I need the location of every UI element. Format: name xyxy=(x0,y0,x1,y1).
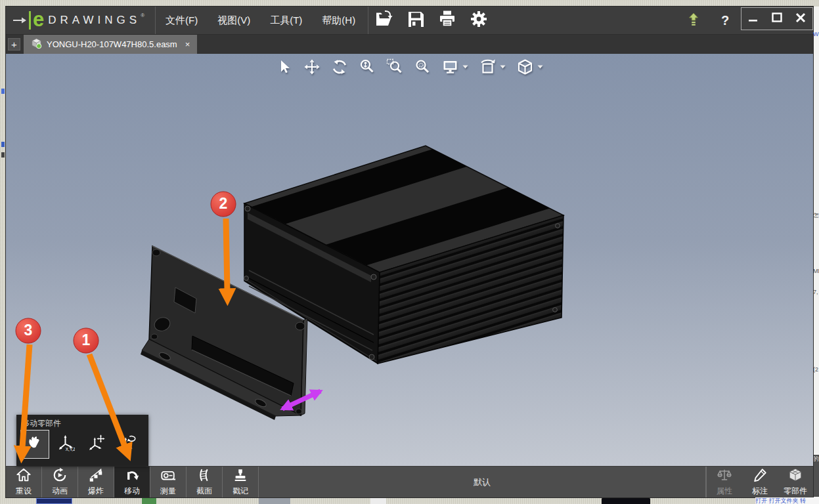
properties-button[interactable]: 属性 xyxy=(707,467,742,497)
xyz-label: X,Y,Z xyxy=(66,447,75,452)
taskbar-fragment xyxy=(259,498,290,504)
section-label: 截面 xyxy=(196,486,212,497)
reset-button[interactable]: 重设 xyxy=(6,467,42,497)
explode-button[interactable]: 爆炸 xyxy=(78,467,114,497)
zoom-fit-tool-button[interactable] xyxy=(414,58,431,75)
select-tool-button[interactable] xyxy=(276,58,293,75)
move-xyz-tool[interactable]: X,Y,Z xyxy=(51,430,80,459)
markup-button[interactable]: 标注 xyxy=(742,467,778,497)
display-style-group xyxy=(516,58,543,75)
maximize-button[interactable] xyxy=(765,8,789,30)
print-icon xyxy=(437,9,457,32)
logo-arrow-icon xyxy=(12,15,28,26)
menu-file[interactable]: 文件(F) xyxy=(156,7,208,34)
triad-xyz-icon: X,Y,Z xyxy=(56,434,75,455)
rotate-tool-button[interactable] xyxy=(331,58,348,75)
explode-icon xyxy=(88,467,104,485)
pan-tool-button[interactable] xyxy=(303,58,321,75)
tab-close-icon[interactable]: × xyxy=(185,39,190,49)
help-icon: ? xyxy=(721,13,729,28)
logo-registered-mark: ® xyxy=(141,12,144,18)
background-window-edge: 怎 ME 7, (2 的 xyxy=(813,7,819,497)
animation-button[interactable]: 动画 xyxy=(42,467,78,497)
properties-label: 属性 xyxy=(717,486,732,497)
animation-label: 动画 xyxy=(52,486,68,497)
taskbar-fragment xyxy=(370,498,386,504)
new-tab-button[interactable]: + xyxy=(8,38,20,51)
titlebar: e DRAWINGS ® 文件(F) 视图(V) 工具(T) 帮助(H) xyxy=(6,7,813,34)
configuration-area[interactable]: 默认 xyxy=(259,467,706,497)
zoom-area-tool-button[interactable] xyxy=(386,58,403,75)
minimize-icon xyxy=(747,11,760,27)
display-style-button[interactable] xyxy=(516,58,534,75)
menu-tools[interactable]: 工具(T) xyxy=(260,7,312,34)
open-icon xyxy=(374,9,394,32)
edge-text-fragment: 怎 xyxy=(813,211,819,220)
components-label: 零部件 xyxy=(784,486,807,497)
settings-button[interactable] xyxy=(463,7,495,34)
print-button[interactable] xyxy=(432,7,463,34)
components-button[interactable]: 零部件 xyxy=(778,467,813,497)
view-orientation-group xyxy=(479,58,506,75)
move-button[interactable]: 移动 xyxy=(114,467,150,497)
stamp-label: 戳记 xyxy=(232,486,248,497)
close-button[interactable] xyxy=(789,8,812,30)
save-icon xyxy=(406,9,426,32)
move-icon xyxy=(124,467,140,485)
menu-view[interactable]: 视图(V) xyxy=(208,7,260,34)
edge-text-fragment: (2 xyxy=(813,366,818,373)
bottom-toolbar: 重设 动画 爆炸 xyxy=(6,466,813,497)
display-style-dropdown[interactable] xyxy=(537,65,543,69)
background-text-fragment: W xyxy=(813,31,819,37)
taskbar-fragment xyxy=(602,497,650,504)
background-links-fragment: 打开 打开文件夹 转 xyxy=(755,497,819,504)
fit-window-button[interactable] xyxy=(441,58,459,75)
home-icon xyxy=(16,467,32,485)
markup-label: 标注 xyxy=(752,486,768,497)
reset-label: 重设 xyxy=(16,486,32,497)
open-button[interactable] xyxy=(368,7,400,34)
3d-viewport-canvas[interactable] xyxy=(6,54,813,466)
viewport[interactable] xyxy=(6,54,813,466)
stamp-button[interactable]: 戳记 xyxy=(223,467,259,497)
taskbar-fragment xyxy=(142,498,156,504)
desktop: { "titlebar": { "brand": { "e": "e", "na… xyxy=(0,0,819,504)
components-box-icon xyxy=(787,467,803,485)
publish-up-arrow-icon xyxy=(686,11,701,30)
grab-hand-icon xyxy=(26,434,44,455)
move-label: 移动 xyxy=(124,486,140,497)
triad-move-icon xyxy=(87,434,106,455)
zoom-tool-button[interactable] xyxy=(359,58,376,75)
view-orientation-button[interactable] xyxy=(479,58,497,75)
menu-help[interactable]: 帮助(H) xyxy=(312,7,365,34)
window-controls xyxy=(741,7,813,30)
save-button[interactable] xyxy=(400,7,432,34)
rotate-component-tool[interactable] xyxy=(113,430,142,459)
free-drag-tool[interactable] xyxy=(82,430,111,459)
edrawings-logo: e DRAWINGS ® xyxy=(6,7,156,34)
edge-dark-fragment: 的 xyxy=(813,455,819,497)
publish-button[interactable] xyxy=(678,11,709,30)
section-button[interactable]: 截面 xyxy=(187,467,223,497)
measure-icon xyxy=(160,467,176,485)
desktop-icon-fragment xyxy=(1,152,5,158)
logo-e: e xyxy=(33,9,44,30)
desktop-icon-fragment xyxy=(1,142,5,147)
view-orientation-dropdown[interactable] xyxy=(500,65,506,69)
tabbar: + YONGU-H20-107W47H80.5.easm × xyxy=(6,34,813,54)
popup-tools: X,Y,Z xyxy=(16,430,148,459)
stamp-icon xyxy=(232,467,248,485)
titlebar-right-group: ? xyxy=(678,7,813,34)
grab-tool[interactable] xyxy=(20,430,49,459)
help-button[interactable]: ? xyxy=(709,13,741,28)
measure-button[interactable]: 测量 xyxy=(150,467,187,497)
section-icon xyxy=(196,467,212,485)
properties-scale-icon xyxy=(717,467,732,485)
popup-title: 移动零部件 xyxy=(16,415,148,430)
gear-icon xyxy=(469,9,489,32)
fit-window-dropdown[interactable] xyxy=(462,65,468,69)
close-icon xyxy=(794,11,807,27)
minimize-button[interactable] xyxy=(742,8,765,30)
pencil-icon xyxy=(752,467,768,485)
document-tab[interactable]: YONGU-H20-107W47H80.5.easm × xyxy=(24,35,197,54)
